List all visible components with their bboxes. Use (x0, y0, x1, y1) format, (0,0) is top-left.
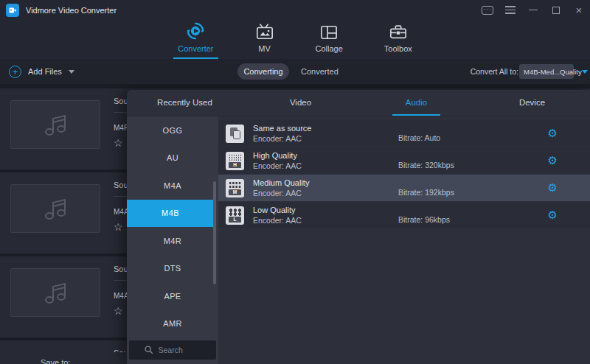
convert-all-dropdown[interactable]: M4B-Med...Quality (519, 64, 574, 79)
effect-star-icon[interactable]: ☆ (114, 305, 123, 317)
convert-all-value: M4B-Med...Quality (524, 68, 582, 76)
settings-gear-icon[interactable]: ⚙ (548, 210, 558, 221)
add-files-button[interactable]: + Add Files (9, 59, 74, 84)
medium-quality-icon: M (226, 179, 244, 197)
profile-encoder: Encoder: AAC (253, 216, 302, 225)
profile-name: Low Quality (253, 206, 302, 214)
panel-tabs: Recently Used Video Audio Device (127, 90, 590, 116)
search-input[interactable] (159, 346, 201, 354)
profile-name: High Quality (253, 151, 302, 160)
format-item-dts[interactable]: DTS (127, 255, 218, 283)
profile-bitrate: Bitrate: 96kbps (398, 215, 450, 224)
toolbox-icon (389, 21, 408, 41)
titlebar: Vidmore Video Converter ··· × (0, 0, 590, 20)
converter-icon (186, 21, 205, 41)
audio-thumbnail (10, 184, 100, 233)
same-as-source-icon (226, 125, 244, 143)
convert-all-label: Convert All to: (471, 59, 518, 84)
minimize-icon[interactable] (527, 4, 540, 17)
profile-bitrate: Bitrate: 320kbps (398, 161, 454, 169)
window-controls: ··· × (481, 0, 586, 20)
profile-bitrate: Bitrate: Auto (398, 133, 440, 142)
tab-mv-label: MV (258, 44, 271, 53)
save-to-label: Save to: (41, 358, 70, 364)
panel-tab-video[interactable]: Video (243, 90, 358, 116)
chevron-down-icon (582, 70, 588, 74)
file-source-label: Sou (114, 181, 128, 189)
mv-icon (255, 21, 274, 41)
tab-mv[interactable]: MV (251, 20, 279, 59)
effect-star-icon[interactable]: ☆ (114, 137, 123, 149)
panel-tab-audio[interactable]: Audio (358, 90, 474, 116)
converted-tab[interactable]: Converted (301, 59, 339, 84)
feedback-icon[interactable]: ··· (481, 4, 494, 17)
close-icon[interactable]: × (572, 4, 586, 17)
format-item-m4b[interactable]: M4B (127, 200, 214, 228)
effect-star-icon[interactable]: ☆ (114, 221, 123, 233)
tab-converter-label: Converter (178, 44, 213, 53)
format-item-ogg[interactable]: OGG (127, 116, 218, 144)
add-files-label: Add Files (28, 67, 62, 76)
menu-icon[interactable] (504, 4, 517, 17)
format-item-ape[interactable]: APE (127, 282, 218, 310)
tab-toolbox-label: Toolbox (384, 44, 412, 53)
format-list: OGG AU M4A M4B M4R DTS APE AMR (127, 116, 218, 364)
profile-low-quality[interactable]: L Low Quality Encoder: AAC Bitrate: 96kb… (218, 202, 590, 228)
tab-collage[interactable]: Collage (311, 20, 347, 59)
panel-body: OGG AU M4A M4B M4R DTS APE AMR (127, 116, 590, 364)
profile-encoder: Encoder: AAC (253, 134, 311, 143)
format-item-m4r[interactable]: M4R (127, 227, 218, 255)
profile-encoder: Encoder: AAC (253, 161, 302, 170)
file-source-label: Sou (114, 265, 128, 273)
settings-gear-icon[interactable]: ⚙ (548, 128, 558, 139)
format-panel: Recently Used Video Audio Device OGG AU … (127, 90, 590, 364)
window-title: Vidmore Video Converter (26, 6, 117, 15)
app-window: Vidmore Video Converter ··· × Converte (0, 0, 590, 364)
profile-encoder: Encoder: AAC (253, 189, 309, 197)
format-item-amr[interactable]: AMR (127, 310, 218, 338)
panel-tab-device[interactable]: Device (474, 90, 590, 116)
format-item-au[interactable]: AU (127, 144, 218, 172)
tab-converter[interactable]: Converter (173, 20, 218, 59)
profile-same-as-source[interactable]: Same as source Encoder: AAC Bitrate: Aut… (218, 120, 590, 147)
profile-list: Same as source Encoder: AAC Bitrate: Aut… (218, 116, 590, 364)
profile-name: Same as source (253, 124, 311, 133)
settings-gear-icon[interactable]: ⚙ (548, 155, 558, 167)
maximize-icon[interactable] (549, 4, 563, 17)
toolbar: + Add Files Converting Converted Convert… (0, 59, 590, 84)
audio-thumbnail (10, 268, 100, 317)
audio-thumbnail (10, 100, 100, 149)
settings-gear-icon[interactable]: ⚙ (548, 183, 558, 194)
collage-icon (319, 21, 339, 41)
plus-icon: + (9, 66, 21, 78)
panel-tab-recently-used[interactable]: Recently Used (127, 90, 243, 116)
format-list-scrollbar[interactable] (213, 181, 216, 284)
profile-medium-quality[interactable]: M Medium Quality Encoder: AAC Bitrate: 1… (218, 175, 590, 201)
profile-high-quality[interactable]: H High Quality Encoder: AAC Bitrate: 320… (218, 147, 590, 174)
main-nav: Converter MV Col (0, 20, 590, 59)
profile-name: Medium Quality (253, 178, 309, 187)
format-search-box[interactable] (129, 340, 216, 360)
low-quality-icon: L (226, 206, 244, 225)
format-item-m4a[interactable]: M4A (127, 172, 218, 200)
profile-bitrate: Bitrate: 192kbps (398, 188, 454, 197)
app-logo-icon (6, 4, 19, 17)
high-quality-icon: H (226, 152, 244, 170)
tab-toolbox[interactable]: Toolbox (380, 20, 417, 59)
add-files-caret-icon (69, 70, 74, 74)
tab-collage-label: Collage (316, 44, 343, 53)
file-source-label: Sou (114, 97, 128, 105)
converting-tab[interactable]: Converting (237, 63, 289, 80)
search-icon (145, 346, 153, 354)
